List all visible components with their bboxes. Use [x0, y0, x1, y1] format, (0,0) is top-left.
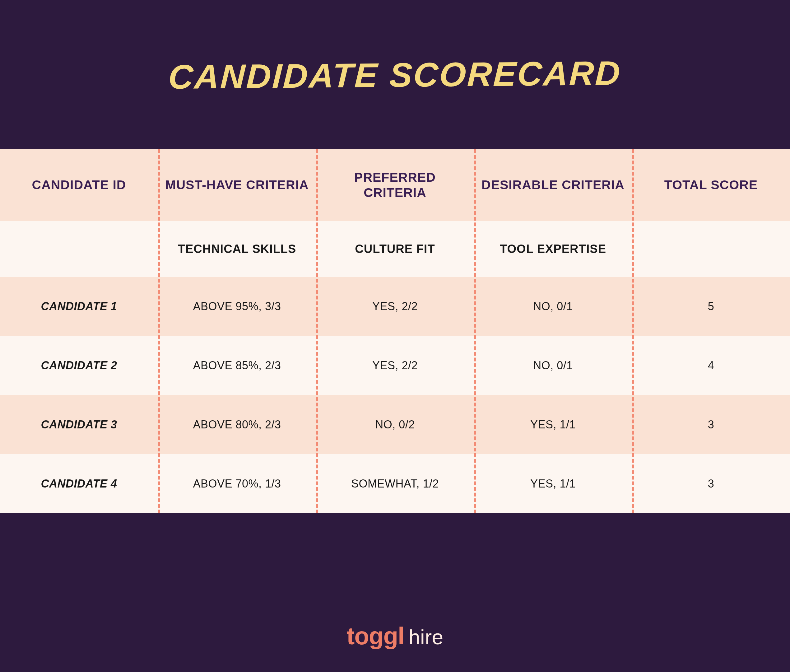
- cell-total-score: 3: [632, 395, 790, 454]
- header-preferred: Preferred Criteria: [316, 149, 474, 221]
- subheader-candidate-id: [0, 221, 158, 277]
- cell-desirable: Yes, 1/1: [474, 454, 632, 514]
- table-subheader-row: Technical Skills Culture Fit Tool Expert…: [0, 221, 790, 277]
- scorecard-table-wrap: Candidate ID Must-Have Criteria Preferre…: [0, 149, 790, 514]
- cell-must-have: Above 80%, 2/3: [158, 395, 316, 454]
- cell-preferred: No, 0/2: [316, 395, 474, 454]
- table-row: Candidate 4 Above 70%, 1/3 Somewhat, 1/2…: [0, 454, 790, 514]
- cell-must-have: Above 85%, 2/3: [158, 336, 316, 395]
- cell-must-have: Above 70%, 1/3: [158, 454, 316, 514]
- cell-candidate-id: Candidate 2: [0, 336, 158, 395]
- subheader-desirable: Tool Expertise: [474, 221, 632, 277]
- cell-desirable: No, 0/1: [474, 336, 632, 395]
- cell-desirable: Yes, 1/1: [474, 395, 632, 454]
- header-desirable: Desirable Criteria: [474, 149, 632, 221]
- title-area: Candidate Scorecard: [0, 0, 790, 149]
- cell-candidate-id: Candidate 4: [0, 454, 158, 514]
- footer: toggl hire: [0, 514, 790, 672]
- header-candidate-id: Candidate ID: [0, 149, 158, 221]
- logo-brand-text: toggl: [347, 622, 404, 650]
- scorecard-page: Candidate Scorecard Candidate ID Must-Ha…: [0, 0, 790, 672]
- cell-total-score: 5: [632, 277, 790, 336]
- cell-must-have: Above 95%, 3/3: [158, 277, 316, 336]
- cell-preferred: Somewhat, 1/2: [316, 454, 474, 514]
- logo-product-text: hire: [409, 626, 443, 649]
- toggl-hire-logo: toggl hire: [347, 622, 443, 650]
- cell-candidate-id: Candidate 3: [0, 395, 158, 454]
- cell-preferred: Yes, 2/2: [316, 336, 474, 395]
- cell-total-score: 3: [632, 454, 790, 514]
- cell-candidate-id: Candidate 1: [0, 277, 158, 336]
- table-row: Candidate 1 Above 95%, 3/3 Yes, 2/2 No, …: [0, 277, 790, 336]
- header-must-have: Must-Have Criteria: [158, 149, 316, 221]
- subheader-preferred: Culture Fit: [316, 221, 474, 277]
- table-row: Candidate 2 Above 85%, 2/3 Yes, 2/2 No, …: [0, 336, 790, 395]
- cell-total-score: 4: [632, 336, 790, 395]
- table-header-row: Candidate ID Must-Have Criteria Preferre…: [0, 149, 790, 221]
- cell-preferred: Yes, 2/2: [316, 277, 474, 336]
- subheader-must-have: Technical Skills: [158, 221, 316, 277]
- scorecard-table: Candidate ID Must-Have Criteria Preferre…: [0, 149, 790, 514]
- cell-desirable: No, 0/1: [474, 277, 632, 336]
- table-row: Candidate 3 Above 80%, 2/3 No, 0/2 Yes, …: [0, 395, 790, 454]
- header-total-score: Total Score: [632, 149, 790, 221]
- page-title: Candidate Scorecard: [168, 53, 622, 96]
- subheader-total-score: [632, 221, 790, 277]
